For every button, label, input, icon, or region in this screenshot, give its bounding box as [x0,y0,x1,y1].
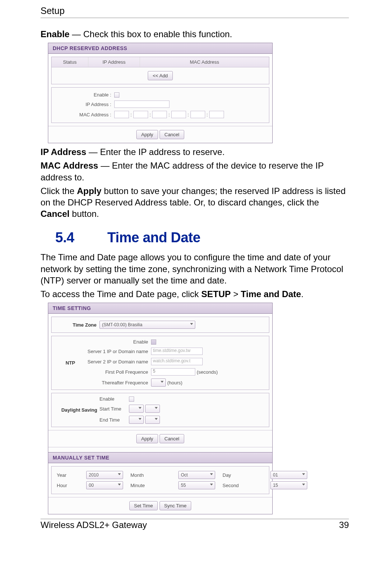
seconds-label: (seconds) [197,369,218,375]
year-label: Year [57,472,79,478]
month-label: Month [130,472,171,478]
ds-end-sel1[interactable] [129,416,144,424]
ip-description: IP Address — Enter the IP address to res… [41,146,349,158]
ip-label: IP Address : [52,102,114,107]
srv1-input[interactable]: time.stdtime.gov.tw [151,348,203,355]
thereafter-label: Thereafter Frequence [77,380,151,385]
intro2-p2: > [231,289,241,299]
mac-sep-4: : [188,112,189,117]
cancel-button-time[interactable]: Cancel [160,434,184,443]
ip-input[interactable] [114,101,169,108]
col-ip: IP Address [88,57,140,67]
day-label: Day [223,472,263,478]
mac-description: MAC Address — Enter the MAC address of t… [41,160,349,183]
apply-b2: Cancel [41,209,70,219]
time-panel-title: TIME SETTING [48,303,272,314]
mac-input-1[interactable] [114,111,129,118]
mac-bold: MAC Address [41,161,98,170]
hour-select[interactable]: 00 [86,481,123,489]
enable-checkbox[interactable] [114,92,119,98]
mac-sep-2: : [150,112,151,117]
time-screenshot: TIME SETTING Time Zone (SMT-03:00) Brasi… [48,303,273,514]
ip-bold: IP Address [41,147,86,157]
tz-label: Time Zone [52,322,99,328]
ds-start-sel1[interactable] [129,405,144,413]
ds-group-label: Daylight Saving [61,407,97,413]
col-mac: MAC Address [140,57,269,67]
intro2-p1: To access the Time and Date page, click [41,289,201,299]
time-intro-2: To access the Time and Date page, click … [41,288,349,300]
mac-label: MAC Address : [52,112,114,117]
section-title: Time and Date [107,230,200,245]
apply-b1: Apply [77,186,102,196]
mac-input-6[interactable] [209,111,224,118]
section-heading: 5.4Time and Date [55,230,349,246]
apply-p3: button. [70,209,99,219]
ntp-enable-checkbox[interactable] [151,339,156,345]
thereafter-select[interactable] [151,378,166,387]
set-time-button[interactable]: Set Time [129,501,158,510]
mac-sep-1: : [130,112,132,117]
apply-description: Click the Apply button to save your chan… [41,185,349,220]
col-status: Status [52,57,88,67]
second-label: Second [223,483,263,488]
enable-bold: Enable [41,29,70,39]
ds-end-sel2[interactable] [145,416,160,424]
cancel-button-dhcp[interactable]: Cancel [160,130,184,139]
intro2-b1: SETUP [201,289,231,299]
manual-panel-title: MANUALLY SET TIME [48,452,272,463]
second-select[interactable]: 15 [270,481,307,489]
enable-rest: — Check this box to enable this function… [70,29,232,39]
firstpoll-label: First Poll Frequence [77,369,151,375]
mac-input-5[interactable] [190,111,205,118]
mac-input-3[interactable] [152,111,167,118]
tz-select[interactable]: (SMT-03:00) Brasilia [99,321,195,329]
srv2-input[interactable]: watch.stdtime.gov.t [151,358,203,365]
intro2-b2: Time and Date [241,289,301,299]
ds-start-sel2[interactable] [145,405,160,413]
mac-sep-5: : [207,112,208,117]
firstpoll-input[interactable]: 5 [151,368,195,376]
dhcp-panel-title: DHCP RESERVED ADDRESS [48,43,272,54]
mac-sep-3: : [168,112,170,117]
minute-select[interactable]: 55 [178,481,215,489]
section-number: 5.4 [55,230,74,245]
day-select[interactable]: 01 [270,471,307,479]
ds-end-label: End Time [99,417,129,423]
page-footer: Wireless ADSL2+ Gateway 39 [41,519,349,530]
srv2-label: Server 2 IP or Domain name [77,359,151,365]
month-select[interactable]: Oct [178,471,215,479]
apply-button-time[interactable]: Apply [136,434,158,443]
sync-time-button[interactable]: Sync Time [160,501,192,510]
hours-label: (hours) [167,380,182,385]
apply-p1: Click the [41,186,77,196]
ip-rest: — Enter the IP address to reserve. [86,147,225,157]
ntp-group-label: NTP [66,360,75,366]
page-header: Setup [41,6,349,18]
footer-left: Wireless ADSL2+ Gateway [41,520,147,530]
mac-input-4[interactable] [171,111,186,118]
mac-input-2[interactable] [133,111,148,118]
hour-label: Hour [57,483,79,488]
enable-label: Enable : [52,92,114,98]
footer-right: 39 [339,520,349,530]
ds-start-label: Start Time [99,406,129,412]
enable-description: Enable — Check this box to enable this f… [41,28,349,40]
ds-enable-checkbox[interactable] [129,397,134,402]
intro2-p3: . [301,289,304,299]
year-select[interactable]: 2010 [86,471,123,479]
ds-enable-label: Enable [99,396,129,402]
add-button[interactable]: << Add [148,71,172,80]
minute-label: Minute [130,483,171,488]
ntp-enable-label: Enable [77,339,151,345]
apply-button-dhcp[interactable]: Apply [136,130,158,139]
time-intro-1: The Time and Date page allows you to con… [41,251,349,286]
srv1-label: Server 1 IP or Domain name [77,349,151,354]
dhcp-screenshot: DHCP RESERVED ADDRESS Status IP Address … [48,43,273,143]
